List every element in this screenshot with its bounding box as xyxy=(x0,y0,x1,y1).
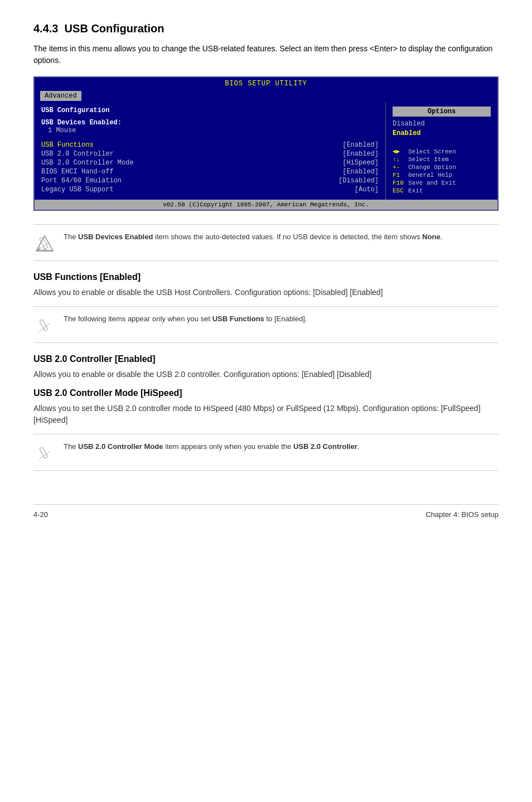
sub-title-usb-functions: USB Functions [Enabled] xyxy=(33,272,499,282)
page-number: 4-20 xyxy=(33,510,48,519)
bios-item-name: USB 2.0 Controller Mode xyxy=(41,159,134,167)
bios-key-row: F1General Help xyxy=(393,172,491,178)
bios-key-label: Change Option xyxy=(408,164,456,171)
note-icon-3 xyxy=(33,441,56,463)
bios-option: Disabled xyxy=(393,120,491,128)
bios-item-name: Legacy USB Support xyxy=(41,186,114,194)
bios-key-label: General Help xyxy=(408,172,452,178)
bios-key-row: F10Save and Exit xyxy=(393,180,491,186)
bios-key-sym: F10 xyxy=(393,180,408,186)
bios-key-sym: ↑↓ xyxy=(393,156,408,163)
bios-item-value: [Disabled] xyxy=(338,177,379,185)
bios-content: USB Configuration USB Devices Enabled: 1… xyxy=(35,102,497,200)
bios-item-name: Port 64/60 Emulation xyxy=(41,177,122,185)
bios-item: BIOS EHCI Hand-off[Enabled] xyxy=(41,168,379,176)
bios-items-list: USB Functions[Enabled]USB 2.0 Controller… xyxy=(41,141,379,194)
bios-item-value: [Enabled] xyxy=(342,150,379,158)
note-box-1: The USB Devices Enabled item shows the a… xyxy=(33,224,499,261)
bios-main: USB Configuration USB Devices Enabled: 1… xyxy=(35,102,386,200)
bios-title-bar: BIOS SETUP UTILITY xyxy=(35,78,497,90)
bios-item-value: [Enabled] xyxy=(342,168,379,176)
bios-key-row: ESCExit xyxy=(393,187,491,194)
intro-text: The items in this menu allows you to cha… xyxy=(33,43,499,66)
bios-key-sym: ESC xyxy=(393,187,408,194)
bios-item-value: [Enabled] xyxy=(342,141,379,149)
bios-item-name: BIOS EHCI Hand-off xyxy=(41,168,114,176)
sub-desc-usb-functions: Allows you to enable or disable the USB … xyxy=(33,287,499,298)
bios-options-title: Options xyxy=(393,107,491,117)
bios-item: Port 64/60 Emulation[Disabled] xyxy=(41,177,379,185)
bios-item: Legacy USB Support[Auto] xyxy=(41,186,379,194)
bios-key-row: ◄►Select Screen xyxy=(393,148,491,155)
bios-options-list: DisabledEnabled xyxy=(393,120,491,137)
bios-section-title: USB Configuration xyxy=(41,107,379,114)
note-icon-1 xyxy=(33,231,56,254)
note-text-2: The following items appear only when you… xyxy=(64,313,307,325)
bios-key-label: Select Screen xyxy=(408,148,456,155)
bios-key-sym: F1 xyxy=(393,172,408,178)
bios-item-value: [HiSpeed] xyxy=(342,159,379,167)
note-box-3: The USB 2.0 Controller Mode item appears… xyxy=(33,434,499,471)
sub-title-usb20-controller: USB 2.0 Controller [Enabled] xyxy=(33,354,499,364)
bios-nav-tab: Advanced xyxy=(40,91,81,101)
section-title: 4.4.3 USB Configuration xyxy=(33,22,499,35)
bios-item-value: [Auto] xyxy=(355,186,379,194)
bios-key-sym: ◄► xyxy=(393,148,408,155)
bios-keys: ◄►Select Screen↑↓Select Item+-Change Opt… xyxy=(393,148,491,194)
sub-desc-usb20-controller-mode: Allows you to set the USB 2.0 controller… xyxy=(33,403,499,426)
sub-desc-usb20-controller: Allows you to enable or disable the USB … xyxy=(33,369,499,380)
chapter-label: Chapter 4: BIOS setup xyxy=(425,510,499,519)
bios-item: USB 2.0 Controller Mode[HiSpeed] xyxy=(41,159,379,167)
note-icon-2 xyxy=(33,313,56,336)
note-text-3: The USB 2.0 Controller Mode item appears… xyxy=(64,441,359,452)
bios-key-sym: +- xyxy=(393,164,408,171)
bios-key-row: ↑↓Select Item xyxy=(393,156,491,163)
page-footer: 4-20 Chapter 4: BIOS setup xyxy=(33,504,499,519)
bios-key-row: +-Change Option xyxy=(393,164,491,171)
bios-devices-value: 1 Mouse xyxy=(41,127,379,134)
bios-key-label: Save and Exit xyxy=(408,180,456,186)
bios-option: Enabled xyxy=(393,129,491,137)
bios-key-label: Select Item xyxy=(408,156,449,163)
note-box-2: The following items appear only when you… xyxy=(33,306,499,343)
bios-item: USB Functions[Enabled] xyxy=(41,141,379,149)
sub-title-usb20-controller-mode: USB 2.0 Controller Mode [HiSpeed] xyxy=(33,388,499,398)
bios-key-label: Exit xyxy=(408,187,423,194)
bios-sidebar: Options DisabledEnabled ◄►Select Screen↑… xyxy=(386,102,497,200)
bios-item: USB 2.0 Controller[Enabled] xyxy=(41,150,379,158)
svg-rect-5 xyxy=(40,320,48,331)
bios-devices: USB Devices Enabled: 1 Mouse xyxy=(41,119,379,134)
bios-item-name: USB 2.0 Controller xyxy=(41,150,114,158)
bios-footer: v02.58 (C)Copyright 1985-2007, American … xyxy=(35,200,497,210)
note-text-1: The USB Devices Enabled item shows the a… xyxy=(64,231,442,243)
bios-nav-bar: Advanced xyxy=(35,90,497,102)
svg-rect-7 xyxy=(40,447,48,458)
bios-screen: BIOS SETUP UTILITY Advanced USB Configur… xyxy=(33,76,499,211)
bios-devices-label: USB Devices Enabled: xyxy=(41,119,379,127)
bios-item-name: USB Functions xyxy=(41,141,94,149)
